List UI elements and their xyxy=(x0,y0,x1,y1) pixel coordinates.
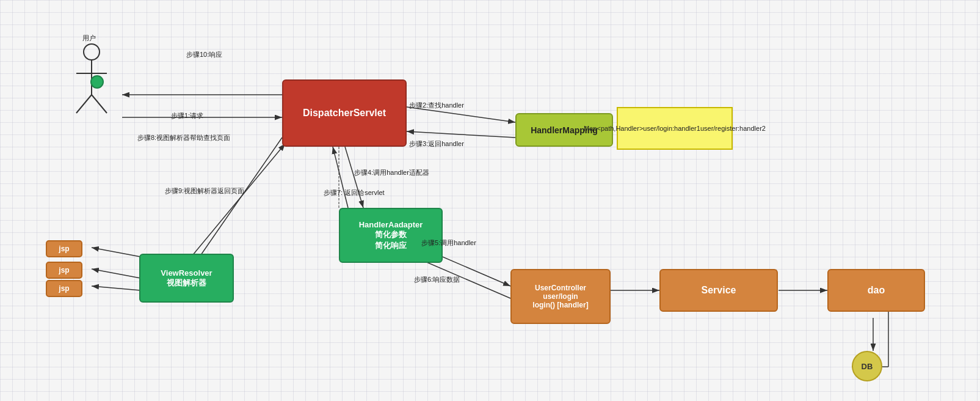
jsp-box-2: jsp xyxy=(46,262,82,279)
svg-line-16 xyxy=(186,144,285,263)
view-resolver-line1: ViewResolver xyxy=(161,268,212,278)
step5-label: 步骤5:调用handler xyxy=(421,238,476,248)
step1-label: 步骤1:请求 xyxy=(171,111,203,120)
dispatcher-servlet-box: DispatcherServlet xyxy=(282,79,407,147)
user-stick-figure xyxy=(67,34,116,119)
service-box: Service xyxy=(659,269,778,312)
step3-label: 步骤3:返回handler xyxy=(409,139,464,149)
user-controller-line2: user/login xyxy=(543,292,578,301)
step4-label: 步骤4:调用handler适配器 xyxy=(354,168,429,177)
user-controller-line3: login() [handler] xyxy=(532,301,588,309)
note-line1: Map<path,Handler> xyxy=(584,125,643,132)
svg-line-25 xyxy=(92,95,107,113)
handler-adapter-line2: 简化参数 xyxy=(375,229,407,240)
svg-line-5 xyxy=(407,131,515,138)
svg-line-18 xyxy=(92,269,140,278)
jsp-box-3: jsp xyxy=(46,280,82,297)
user-controller-line1: UserController xyxy=(535,284,586,292)
dao-box: dao xyxy=(827,269,925,312)
db-circle: DB xyxy=(852,351,882,381)
step2-label: 步骤2:查找handler xyxy=(409,101,464,110)
arrows-svg xyxy=(0,0,980,401)
svg-line-7 xyxy=(333,147,348,208)
svg-line-6 xyxy=(345,147,363,208)
svg-line-24 xyxy=(76,95,92,113)
jsp-box-1: jsp xyxy=(46,240,82,257)
note-line3: user/register:handler2 xyxy=(700,125,766,132)
step10-label: 步骤10:响应 xyxy=(186,50,222,59)
user-label: 用户 xyxy=(82,34,96,43)
user-controller-box: UserController user/login login() [handl… xyxy=(510,269,611,324)
start-circle xyxy=(90,75,104,89)
svg-line-15 xyxy=(195,138,282,263)
step6-label: 步骤6:响应数据 xyxy=(414,275,460,284)
svg-line-19 xyxy=(92,286,140,290)
step7-label: 步骤7: 返回给servlet xyxy=(324,188,385,197)
svg-line-17 xyxy=(92,248,140,257)
handler-adapter-title: HandlerAadapter xyxy=(359,220,423,229)
svg-point-21 xyxy=(84,44,100,60)
view-resolver-box: ViewResolver 视图解析器 xyxy=(139,254,234,303)
note-line2: user/login:handler1 xyxy=(643,125,700,132)
step9-label: 步骤9:视图解析器返回页面 xyxy=(165,186,244,196)
handler-adapter-box: HandlerAadapter 简化参数 简化响应 xyxy=(339,208,443,263)
diagram-container: 用户 DispatcherServlet HandlerMapping Map<… xyxy=(0,0,980,401)
handler-adapter-line3: 简化响应 xyxy=(375,240,407,251)
view-resolver-line2: 视图解析器 xyxy=(167,278,206,289)
handler-mapping-note: Map<path,Handler> user/login:handler1 us… xyxy=(617,107,733,150)
step8-label: 步骤8:视图解析器帮助查找页面 xyxy=(137,133,230,142)
